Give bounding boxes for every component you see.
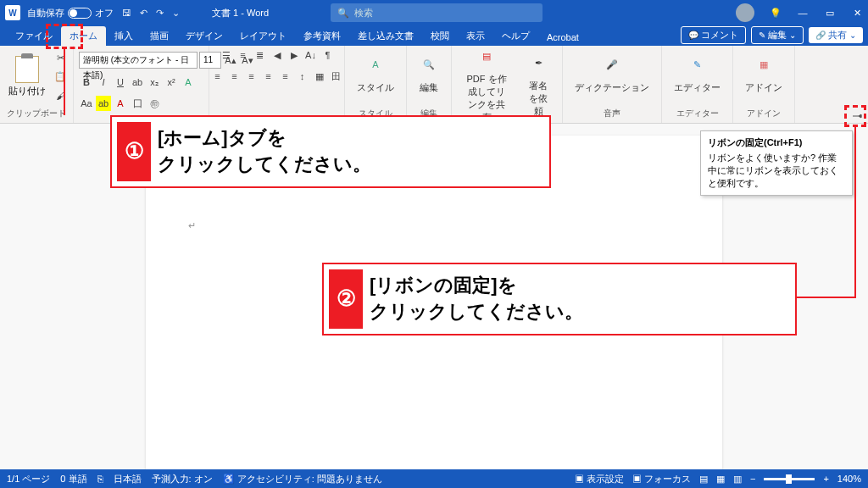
italic-icon[interactable]: I [96,75,111,90]
connector-2v [854,127,856,297]
find-icon: 🔍 [419,59,439,80]
focus-mode[interactable]: ▣ フォーカス [632,473,691,485]
phonetic-icon[interactable]: Aa [79,96,94,111]
tab-help[interactable]: ヘルプ [493,26,538,46]
addins-button[interactable]: ▦アドイン [738,56,789,97]
styles-button[interactable]: Aスタイル [350,56,401,97]
bold-icon[interactable]: B [79,75,94,90]
connector-1 [64,49,65,115]
tab-file[interactable]: ファイル [7,26,61,46]
editing-mode-button[interactable]: ✎ 編集 ⌄ [751,26,804,44]
print-layout-icon[interactable]: ▤ [699,474,708,485]
subscript-icon[interactable]: x₂ [147,75,162,90]
font-color-icon[interactable]: A [113,96,128,111]
signature-icon: ✒ [528,58,548,78]
numbering-icon[interactable]: ≡ [236,47,251,63]
display-settings[interactable]: ▣ 表示設定 [575,473,624,485]
clipboard-icon [15,56,39,83]
zoom-slider[interactable] [764,478,815,480]
page-indicator[interactable]: 1/1 ページ [7,473,50,485]
redo-icon[interactable]: ↷ [156,8,164,19]
tab-review[interactable]: 校閲 [422,26,458,46]
dictate-button[interactable]: 🎤ディクテーション [568,56,656,97]
web-layout-icon[interactable]: ▥ [733,474,742,485]
font-name-select[interactable]: 游明朝 (本文のフォント - 日本語) [79,52,198,69]
text-effects-icon[interactable]: A [181,75,196,90]
tab-references[interactable]: 参考資料 [295,26,349,46]
autosave-toggle[interactable]: 自動保存 オフ [27,7,114,19]
comments-button[interactable]: 💬 コメント [681,26,746,44]
shading-icon[interactable]: ▦ [312,69,327,84]
show-marks-icon[interactable]: ¶ [320,47,336,63]
zoom-in-icon[interactable]: + [823,474,828,484]
voice-label: 音声 [568,106,656,121]
voice-group: 🎤ディクテーション 音声 [563,46,662,123]
addins-icon: ▦ [754,59,774,80]
tab-home[interactable]: ホーム [61,26,106,46]
lightbulb-icon[interactable]: 💡 [770,8,782,19]
save-icon[interactable]: 🖫 [122,8,131,18]
pin-ribbon-tooltip: リボンの固定(Ctrl+F1) リボンをよく使いますか? 作業中に常にリボンを表… [700,130,853,196]
spell-check-icon[interactable]: ⎘ [97,474,103,484]
tab-acrobat[interactable]: Acrobat [538,29,587,46]
clipboard-label: クリップボード [5,106,68,121]
paragraph-mark: ↵ [188,220,196,231]
justify-icon[interactable]: ≡ [261,69,276,84]
word-count[interactable]: 0 単語 [60,473,86,485]
ribbon: 貼り付け ✂ 📋 🖌 クリップボード 游明朝 (本文のフォント - 日本語) 1… [0,46,868,124]
cut-icon[interactable]: ✂ [53,51,68,66]
find-button[interactable]: 🔍編集 [412,56,446,97]
align-right-icon[interactable]: ≡ [244,69,259,84]
ime-indicator[interactable]: 予測入力: オン [152,473,213,485]
line-spacing-icon[interactable]: ↕ [295,69,310,84]
tab-mailings[interactable]: 差し込み文書 [349,26,422,46]
indent-right-icon[interactable]: ▶ [287,47,302,63]
connector-2h [797,297,856,298]
align-center-icon[interactable]: ≡ [227,69,242,84]
copy-icon[interactable]: 📋 [53,69,68,85]
tab-view[interactable]: 表示 [458,26,493,46]
sort-icon[interactable]: A↓ [303,47,319,63]
strike-icon[interactable]: ab [130,75,145,90]
callout-number-2: ② [329,269,363,329]
language-indicator[interactable]: 日本語 [114,473,142,485]
pin-icon [851,110,863,122]
distribute-icon[interactable]: ≡ [278,69,293,84]
tab-layout[interactable]: レイアウト [231,26,295,46]
request-sign-button[interactable]: ✒署名を依頼 [520,54,557,121]
accessibility-indicator[interactable]: ♿ アクセシビリティ: 問題ありません [223,473,382,485]
tab-insert[interactable]: 挿入 [106,26,142,46]
borders-icon[interactable]: 田 [329,69,344,84]
superscript-icon[interactable]: x² [164,75,179,90]
tab-design[interactable]: デザイン [177,26,231,46]
minimize-icon[interactable]: — [797,8,809,18]
acrobat-group: ▤PDF を作成してリンクを共有 ✒署名を依頼 [452,46,563,123]
share-button[interactable]: 🔗 共有 ⌄ [809,27,863,43]
zoom-out-icon[interactable]: − [750,474,755,484]
enclose-icon[interactable]: ㊞ [147,96,162,111]
bullets-icon[interactable]: ☰ [219,47,234,63]
undo-icon[interactable]: ↶ [140,8,147,19]
ribbon-tabs: ファイル ホーム 挿入 描画 デザイン レイアウト 参考資料 差し込み文書 校閲… [0,25,868,46]
editor-label: エディター [667,106,727,121]
pin-ribbon-button[interactable] [849,108,865,124]
align-left-icon[interactable]: ≡ [210,69,225,84]
indent-left-icon[interactable]: ◀ [270,47,285,63]
underline-icon[interactable]: U [113,75,128,90]
maximize-icon[interactable]: ▭ [824,8,836,19]
search-box[interactable]: 🔍 検索 [331,3,542,22]
multilevel-icon[interactable]: ≣ [253,47,268,63]
zoom-level[interactable]: 140% [837,474,861,484]
font-group: 游明朝 (本文のフォント - 日本語) 11 A▴ A▾ B I U ab x₂… [74,46,209,123]
char-border-icon[interactable]: 囗 [130,96,145,111]
format-painter-icon[interactable]: 🖌 [53,88,68,103]
qat-dropdown-icon[interactable]: ⌄ [172,8,180,19]
paste-button[interactable]: 貼り付け [5,53,49,101]
highlight-icon[interactable]: ab [96,96,111,111]
read-mode-icon[interactable]: ▦ [716,474,725,485]
callout-1: ① [ホーム]タブを クリックしてください。 [110,115,551,188]
editor-button[interactable]: ✎エディター [667,56,727,97]
close-icon[interactable]: ✕ [851,8,863,19]
user-avatar[interactable] [736,3,754,22]
tab-draw[interactable]: 描画 [142,26,177,46]
